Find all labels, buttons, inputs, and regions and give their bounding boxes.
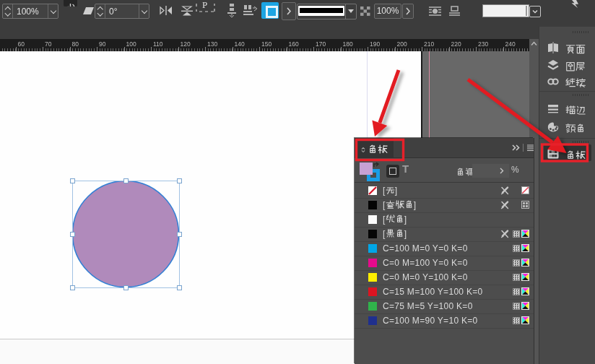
svg-text:P: P	[202, 0, 207, 10]
